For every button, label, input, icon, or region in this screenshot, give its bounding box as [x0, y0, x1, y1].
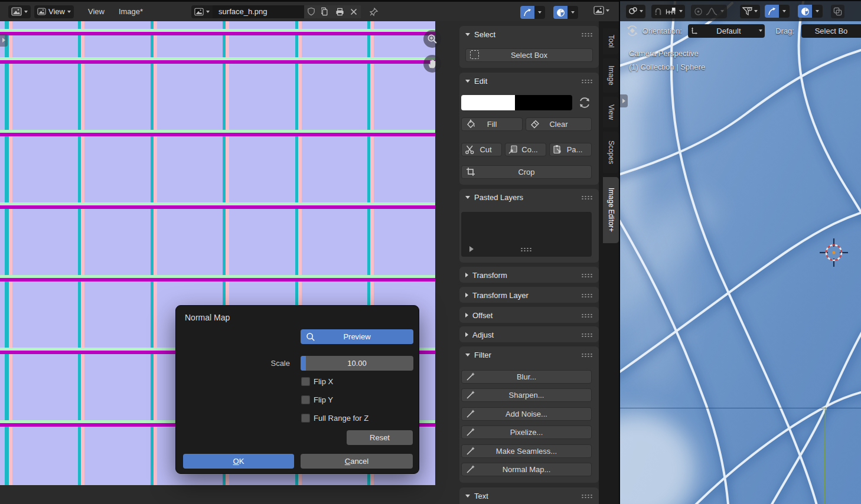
gizmos-group[interactable]: [765, 5, 790, 18]
full-range-z-checkbox[interactable]: [301, 414, 310, 423]
drag-grip-icon[interactable]: [581, 353, 593, 357]
editor-mode-dropdown[interactable]: View: [34, 5, 74, 18]
drag-grip-icon[interactable]: [520, 247, 532, 251]
drag-grip-icon[interactable]: [581, 79, 593, 83]
viewport-tool-settings: Orientation: Default Drag: Select Bo: [620, 21, 861, 40]
chevron-right-icon: [622, 99, 625, 103]
pivot-point-button[interactable]: [626, 5, 645, 18]
panel-text: Text: [459, 487, 599, 504]
preview-button[interactable]: Preview: [301, 329, 413, 344]
xray-toggle-button[interactable]: [831, 5, 844, 18]
zoom-button[interactable]: [423, 30, 441, 48]
sphere-render: [620, 0, 861, 504]
foreground-color-swatch[interactable]: [461, 95, 515, 110]
overlays-dropdown-button[interactable]: [812, 5, 823, 18]
panel-title: Text: [474, 492, 577, 500]
tab-view[interactable]: View: [603, 97, 619, 127]
magic-wand-icon: [466, 372, 475, 381]
menu-image[interactable]: Image*: [115, 7, 146, 16]
tab-tool[interactable]: Tool: [603, 28, 619, 54]
drag-grip-icon[interactable]: [581, 313, 593, 318]
panel-offset[interactable]: Offset: [459, 307, 599, 323]
chevron-down-icon: [720, 10, 724, 12]
panel-adjust[interactable]: Adjust: [459, 326, 599, 342]
drag-grip-icon[interactable]: [581, 32, 593, 37]
disclosure-triangle-icon[interactable]: [469, 246, 474, 252]
fill-button[interactable]: Fill: [461, 117, 523, 131]
blur-button[interactable]: Blur...: [461, 370, 592, 384]
pin-button[interactable]: [367, 5, 381, 18]
ie-gizmo-button[interactable]: [520, 6, 534, 19]
select-box-button[interactable]: Select Box: [465, 48, 593, 62]
new-image-button[interactable]: [318, 5, 332, 18]
make-seamless-button[interactable]: Make Seamless...: [461, 444, 592, 458]
show-gizmo-button[interactable]: [765, 5, 779, 18]
pasted-layers-list[interactable]: [461, 212, 592, 257]
fake-user-button[interactable]: [304, 5, 318, 18]
magnet-icon: [654, 7, 663, 16]
paste-button[interactable]: Pa...: [549, 143, 592, 156]
drag-grip-icon[interactable]: [581, 273, 593, 277]
pixelize-button[interactable]: Pixelize...: [461, 426, 592, 439]
viewport-toolbar-expand-button[interactable]: [620, 94, 628, 107]
overlays-group[interactable]: [798, 5, 823, 18]
proportional-editing-group[interactable]: [691, 5, 727, 18]
panel-transform-layer[interactable]: Transform Layer: [459, 287, 599, 303]
drag-grip-icon[interactable]: [581, 195, 593, 199]
panel-select-header[interactable]: Select: [459, 26, 599, 42]
panel-edit-header[interactable]: Edit: [459, 73, 599, 89]
chevron-down-icon: [465, 33, 470, 36]
panel-filter-header[interactable]: Filter: [459, 346, 599, 363]
drag-grip-icon[interactable]: [581, 333, 593, 337]
ie-overlays-dropdown-button[interactable]: [568, 6, 578, 19]
flip-y-checkbox[interactable]: [301, 395, 310, 404]
gizmo-dropdown-button[interactable]: [779, 5, 790, 18]
pack-image-button[interactable]: [332, 5, 347, 18]
ok-button[interactable]: OK: [183, 454, 294, 469]
eraser-icon: [530, 119, 540, 129]
flip-x-checkbox[interactable]: [301, 377, 310, 386]
flip-x-label: Flip X: [314, 377, 333, 386]
xray-icon: [833, 7, 842, 16]
pixelize-label: Pixelize...: [510, 428, 543, 437]
scale-slider[interactable]: 10.00: [301, 356, 413, 371]
drag-grip-icon[interactable]: [581, 293, 593, 297]
unlink-image-button[interactable]: [347, 5, 361, 18]
ie-gizmo-dropdown-button[interactable]: [534, 6, 545, 19]
editor-divider[interactable]: [619, 0, 620, 504]
crop-button[interactable]: Crop: [461, 165, 592, 179]
snapping-group[interactable]: [651, 5, 685, 18]
show-overlays-button[interactable]: [798, 5, 812, 18]
panel-text-header[interactable]: Text: [459, 487, 599, 504]
sharpen-button[interactable]: Sharpen...: [461, 388, 592, 402]
3d-viewport[interactable]: Camera Perspective (1) Collection | Sphe…: [620, 0, 861, 504]
swap-colors-button[interactable]: [578, 96, 591, 112]
editor-type-button[interactable]: [8, 5, 31, 18]
orientation-dropdown[interactable]: Default: [688, 24, 765, 38]
panel-transform[interactable]: Transform: [459, 267, 599, 283]
visibility-filter-button[interactable]: [740, 5, 760, 18]
menu-view[interactable]: View: [84, 7, 108, 16]
add-noise-button[interactable]: Add Noise...: [461, 407, 592, 421]
drag-grip-icon[interactable]: [581, 494, 593, 498]
panel-pasted-layers-header[interactable]: Pasted Layers: [459, 189, 599, 205]
browse-image-button[interactable]: [191, 5, 213, 18]
channels-image-icon: [593, 6, 604, 15]
pan-button[interactable]: [423, 55, 441, 73]
tab-scopes[interactable]: Scopes: [603, 132, 619, 173]
tab-image-editor-plus[interactable]: Image Editor+: [603, 177, 619, 243]
drag-mode-dropdown[interactable]: Select Bo: [801, 24, 861, 38]
cancel-button[interactable]: Cancel: [301, 454, 413, 469]
cut-button[interactable]: Cut: [461, 143, 502, 156]
ie-overlays-button[interactable]: [553, 6, 568, 19]
display-channels-dropdown[interactable]: [593, 6, 609, 15]
reset-button[interactable]: Reset: [347, 430, 413, 445]
normal-map-button[interactable]: Normal Map...: [461, 463, 592, 476]
tab-image[interactable]: Image: [603, 58, 619, 93]
image-toolbar-expand-button[interactable]: [0, 34, 8, 47]
clear-button[interactable]: Clear: [526, 117, 592, 131]
background-color-swatch[interactable]: [515, 95, 572, 110]
copy-button[interactable]: Co...: [505, 143, 546, 156]
drag-mode-value: Select Bo: [804, 27, 859, 35]
image-name-field[interactable]: surface_h.png: [213, 5, 304, 18]
